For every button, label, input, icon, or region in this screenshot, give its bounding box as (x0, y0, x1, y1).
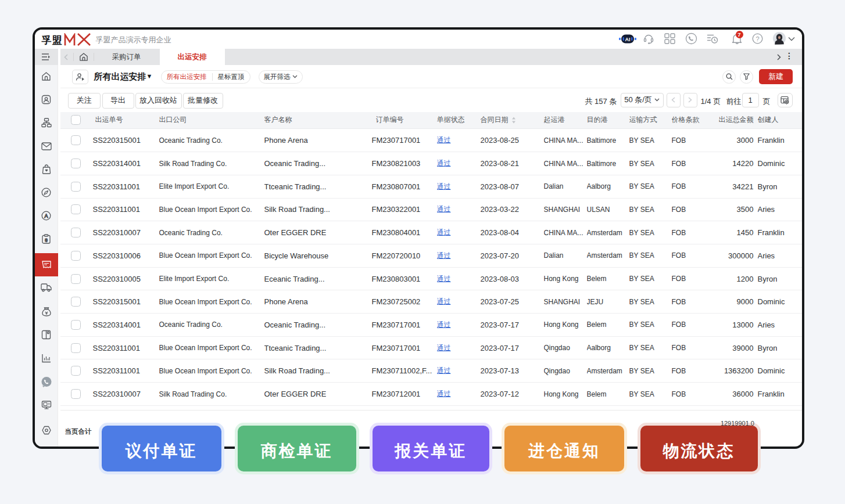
svg-text:?: ? (756, 35, 759, 42)
svg-text:AI: AI (625, 36, 630, 42)
svg-text:A: A (44, 213, 48, 219)
svg-text:$: $ (45, 237, 48, 243)
